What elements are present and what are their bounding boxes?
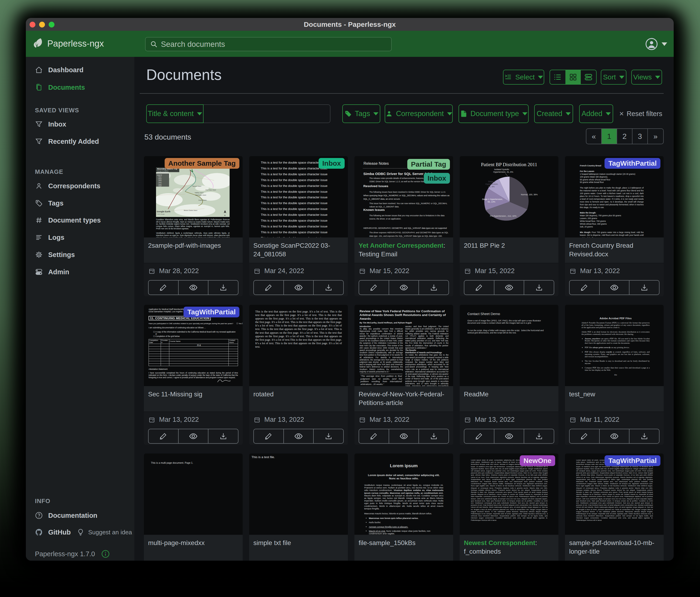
svg-text:N: N bbox=[224, 215, 225, 216]
svg-text:65, 13%: 65, 13% bbox=[488, 200, 495, 203]
svg-text:Pre-hypertension., 212, 42%: Pre-hypertension., 212, 42% bbox=[490, 215, 517, 217]
svg-text:Day1: Day1 bbox=[158, 176, 161, 178]
svg-text:44, 9%: 44, 9% bbox=[488, 186, 495, 188]
svg-text:Hypertension,: Hypertension, bbox=[485, 183, 498, 185]
svg-text:©2021 Google: ©2021 Google bbox=[157, 213, 165, 215]
svg-text:HalfDay Island: HalfDay Island bbox=[195, 192, 203, 193]
svg-text:Washington Island: Washington Island bbox=[195, 194, 206, 196]
svg-text:Legend: Legend bbox=[157, 174, 162, 176]
svg-text:Day4: Day4 bbox=[158, 182, 161, 183]
svg-text:Isolated Systolic: Isolated Systolic bbox=[494, 168, 509, 171]
svg-text:Google Earth: Google Earth bbox=[157, 211, 171, 213]
svg-text:Day3: Day3 bbox=[158, 180, 161, 181]
svg-text:Day6: Day6 bbox=[158, 185, 161, 186]
svg-text:Stage 2: Stage 2 bbox=[488, 181, 495, 183]
svg-text:Hypertension, 31, 6%: Hypertension, 31, 6% bbox=[493, 171, 513, 173]
svg-text:Fruit Glass Island: Fruit Glass Island bbox=[206, 189, 216, 191]
svg-text:Mission Charles Island: Mission Charles Island bbox=[184, 210, 197, 211]
svg-text:Hausers Island: Hausers Island bbox=[192, 186, 201, 187]
svg-text:Normal, 150, 38%: Normal, 150, 38% bbox=[521, 193, 538, 196]
svg-text:Cedar Islands: Cedar Islands bbox=[198, 200, 206, 201]
svg-text:Day5: Day5 bbox=[158, 183, 161, 185]
svg-text:Stage 1 Hypertension,: Stage 1 Hypertension, bbox=[482, 198, 503, 200]
svg-text:Day2: Day2 bbox=[158, 178, 161, 180]
svg-text:On day 6 of BWCA: On day 6 of BWCA bbox=[157, 170, 169, 172]
